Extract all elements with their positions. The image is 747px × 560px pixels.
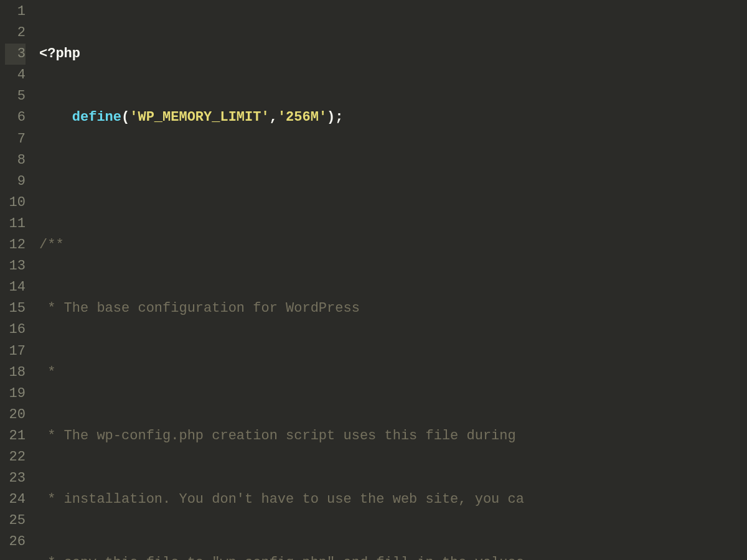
code-line: * installation. You don't have to use th… xyxy=(39,489,747,510)
line-number: 13 xyxy=(5,256,26,277)
string-literal: '256M' xyxy=(278,110,327,125)
doc-comment: /** xyxy=(39,237,64,253)
line-number-gutter: 1 2 3 4 5 6 7 8 9 10 11 12 13 14 15 16 1… xyxy=(0,1,34,560)
doc-comment: * copy this file to "wp-config.php" and … xyxy=(39,555,524,560)
code-line: * xyxy=(39,362,747,383)
line-number: 19 xyxy=(5,383,26,404)
function-call: define xyxy=(72,110,121,125)
doc-comment: * The wp-config.php creation script uses… xyxy=(39,428,516,444)
line-number: 18 xyxy=(5,362,26,383)
line-number: 7 xyxy=(5,129,26,150)
code-line: /** xyxy=(39,235,747,256)
line-number: 6 xyxy=(5,107,26,128)
line-number: 12 xyxy=(5,235,26,256)
line-number: 25 xyxy=(5,510,26,531)
line-number: 2 xyxy=(5,22,26,44)
php-open-tag: <?php xyxy=(39,46,80,62)
line-number: 11 xyxy=(5,213,26,235)
code-line: * The base configuration for WordPress xyxy=(39,298,747,319)
code-editor[interactable]: 1 2 3 4 5 6 7 8 9 10 11 12 13 14 15 16 1… xyxy=(0,0,747,560)
code-line: define('WP_MEMORY_LIMIT','256M'); xyxy=(39,107,747,128)
line-number: 17 xyxy=(5,341,26,362)
line-number: 4 xyxy=(5,65,26,86)
line-number: 10 xyxy=(5,192,26,213)
line-number: 16 xyxy=(5,319,26,340)
code-line: <?php xyxy=(39,44,747,65)
code-line: * copy this file to "wp-config.php" and … xyxy=(39,553,747,560)
line-number: 22 xyxy=(5,447,26,468)
line-number: 14 xyxy=(5,277,26,298)
line-number-current: 3 xyxy=(5,44,26,65)
string-literal: 'WP_MEMORY_LIMIT' xyxy=(129,110,269,125)
code-line-current xyxy=(39,171,747,192)
line-number: 24 xyxy=(5,489,26,510)
line-number: 1 xyxy=(5,1,26,22)
line-number: 8 xyxy=(5,150,26,171)
code-line: * The wp-config.php creation script uses… xyxy=(39,426,747,447)
line-number: 26 xyxy=(5,531,26,553)
line-number: 20 xyxy=(5,404,26,426)
doc-comment: * installation. You don't have to use th… xyxy=(39,492,524,507)
doc-comment: * xyxy=(39,365,55,380)
line-number: 15 xyxy=(5,298,26,319)
line-number: 9 xyxy=(5,171,26,192)
line-number: 21 xyxy=(5,426,26,447)
line-number: 5 xyxy=(5,86,26,107)
code-area[interactable]: <?php define('WP_MEMORY_LIMIT','256M'); … xyxy=(34,1,747,560)
doc-comment: * The base configuration for WordPress xyxy=(39,301,360,316)
line-number: 23 xyxy=(5,468,26,489)
